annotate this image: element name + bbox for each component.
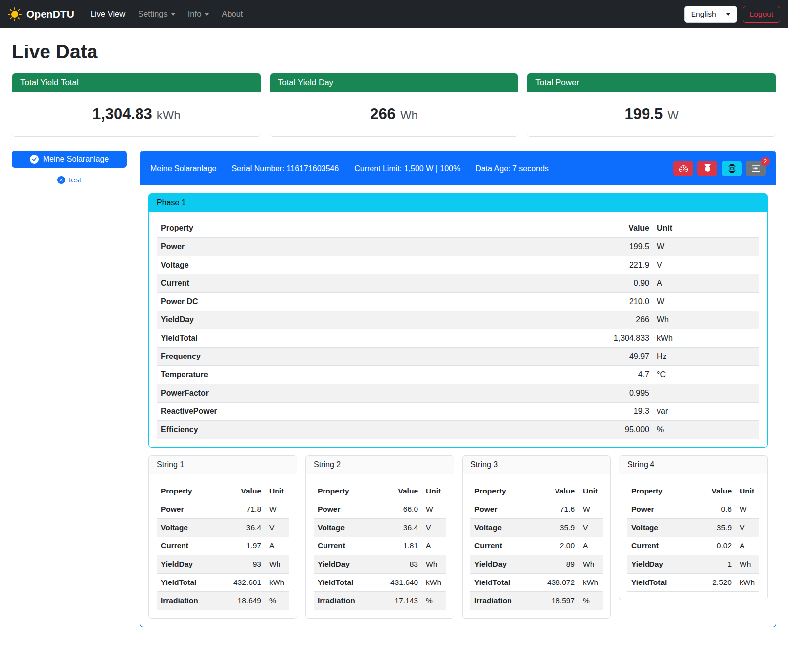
property-cell: Current <box>157 274 581 293</box>
value-cell: 199.5 <box>581 238 653 256</box>
nav-links: Live View Settings Info About <box>84 5 250 23</box>
string-table-header-row: PropertyValueUnit <box>157 482 289 500</box>
inverter-actions: 2 <box>673 161 766 176</box>
string-table-head: PropertyValueUnit <box>314 482 446 500</box>
nav-right: English Logout <box>684 6 780 23</box>
check-circle-icon <box>30 155 39 164</box>
nav-item-label: Info <box>188 9 202 19</box>
card-value: 199.5 <box>625 105 663 123</box>
nav-item-info[interactable]: Info <box>182 5 216 23</box>
unit-cell: kWh <box>736 574 759 592</box>
property-header: Property <box>314 482 385 500</box>
card-title: Total Yield Day <box>270 73 518 92</box>
property-cell: Power <box>314 500 385 519</box>
value-cell: 432.601 <box>228 574 265 592</box>
value-cell: 0.6 <box>698 500 736 519</box>
inverter-item-test[interactable]: test <box>12 176 127 184</box>
phase-table-row: YieldDay266Wh <box>157 311 759 329</box>
string-table-body: Power0.6WVoltage35.9VCurrent0.02AYieldDa… <box>627 500 759 592</box>
phase-table-row: Voltage221.9V <box>157 256 759 274</box>
value-cell: 221.9 <box>581 256 653 274</box>
value-cell: 1.97 <box>228 537 265 555</box>
string-card-title: String 2 <box>306 456 454 474</box>
string-card: String 4PropertyValueUnitPower0.6WVoltag… <box>619 455 768 600</box>
phase-table: Property Value Unit Power199.5WVoltage22… <box>157 220 759 439</box>
inverter-panel-header: Meine Solaranlage Serial Number: 1161716… <box>140 151 776 185</box>
phase-table-row: Current0.90A <box>157 274 759 293</box>
value-cell: 36.4 <box>385 519 422 537</box>
logout-button[interactable]: Logout <box>743 6 780 23</box>
value-header: Value <box>698 482 736 500</box>
power-button[interactable] <box>697 161 717 176</box>
property-cell: Voltage <box>470 519 542 537</box>
string-table-row: Irradiation17.143% <box>314 592 446 610</box>
property-cell: Current <box>470 537 542 555</box>
unit-cell: kWh <box>579 574 603 592</box>
unit-cell: Hz <box>653 348 759 366</box>
value-cell: 438.072 <box>542 574 579 592</box>
nav-item-live-view[interactable]: Live View <box>84 5 132 23</box>
unit-cell: kWh <box>653 329 759 348</box>
inverter-select-button[interactable]: Meine Solaranlage <box>12 151 127 168</box>
string-table-row: YieldDay1Wh <box>627 555 759 574</box>
nav-item-settings[interactable]: Settings <box>132 5 182 23</box>
value-cell: 66.0 <box>385 500 422 519</box>
value-cell: 18.649 <box>228 592 265 610</box>
top-navbar: OpenDTU Live View Settings Info About En… <box>0 0 788 28</box>
phase-table-row: Frequency49.97Hz <box>157 348 759 366</box>
property-cell: YieldTotal <box>470 574 542 592</box>
value-cell: 0.02 <box>698 537 736 555</box>
property-cell: Power <box>157 500 228 519</box>
string-card-body: PropertyValueUnitPower71.6WVoltage35.9VC… <box>463 474 610 618</box>
property-cell: YieldTotal <box>157 329 581 348</box>
value-cell: 95.000 <box>581 421 653 439</box>
inverter-serial: Serial Number: 116171603546 <box>232 164 339 173</box>
limit-settings-button[interactable] <box>673 161 693 176</box>
unit-cell: Wh <box>736 555 759 574</box>
value-cell: 0.995 <box>581 384 653 403</box>
inverter-data-age: Data Age: 7 seconds <box>475 164 549 173</box>
string-table-row: Voltage35.9V <box>627 519 759 537</box>
string-card-body: PropertyValueUnitPower0.6WVoltage35.9VCu… <box>619 474 767 600</box>
value-cell: 1 <box>698 555 736 574</box>
string-table: PropertyValueUnitPower71.6WVoltage35.9VC… <box>470 482 603 610</box>
unit-header: Unit <box>579 482 603 500</box>
event-log-button[interactable]: 2 <box>746 161 766 176</box>
unit-header: Unit <box>736 482 759 500</box>
brand[interactable]: OpenDTU <box>8 7 74 21</box>
language-select[interactable]: English <box>684 6 737 23</box>
value-cell: 1,304.833 <box>581 329 653 348</box>
string-card-title: String 4 <box>619 456 767 474</box>
chevron-down-icon <box>205 13 209 16</box>
strings-row: String 1PropertyValueUnitPower71.8WVolta… <box>148 455 768 619</box>
device-info-button[interactable] <box>722 161 742 176</box>
unit-cell: % <box>265 592 289 610</box>
page-title: Live Data <box>12 41 776 63</box>
string-table-header-row: PropertyValueUnit <box>314 482 446 500</box>
brand-label: OpenDTU <box>26 8 74 20</box>
string-table-row: YieldTotal432.601kWh <box>157 574 289 592</box>
unit-cell: A <box>422 537 446 555</box>
string-table-header-row: PropertyValueUnit <box>627 482 759 500</box>
inverter-item-label: test <box>69 176 81 184</box>
unit-cell: V <box>736 519 759 537</box>
value-header: Value <box>581 220 653 238</box>
phase-table-row: YieldTotal1,304.833kWh <box>157 329 759 348</box>
card-unit: W <box>667 108 679 122</box>
property-cell: YieldDay <box>314 555 385 574</box>
inverter-panel-body: Phase 1 Property Value Unit Power199.5WV… <box>140 185 776 627</box>
string-table-row: Current0.02A <box>627 537 759 555</box>
string-table: PropertyValueUnitPower66.0WVoltage36.4VC… <box>314 482 446 610</box>
value-cell: 431.640 <box>385 574 422 592</box>
unit-cell: W <box>736 500 759 519</box>
phase-table-header-row: Property Value Unit <box>157 220 759 238</box>
card-unit: kWh <box>157 108 181 122</box>
string-table-row: YieldTotal438.072kWh <box>470 574 603 592</box>
property-cell: Power <box>157 238 581 256</box>
unit-cell: % <box>653 421 759 439</box>
string-table-head: PropertyValueUnit <box>627 482 759 500</box>
phase-table-body: Power199.5WVoltage221.9VCurrent0.90APowe… <box>157 238 759 439</box>
phase-table-row: ReactivePower19.3var <box>157 403 759 421</box>
nav-item-about[interactable]: About <box>215 5 249 23</box>
string-table-header-row: PropertyValueUnit <box>470 482 603 500</box>
